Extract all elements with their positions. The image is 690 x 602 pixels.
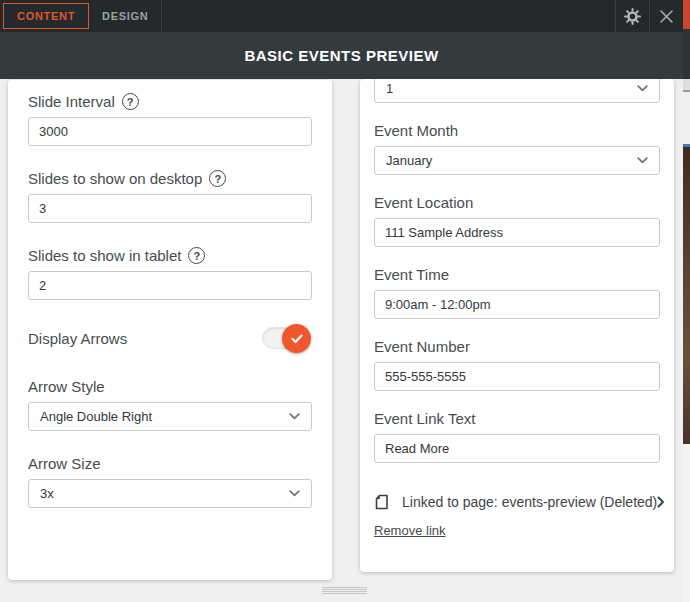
- chevron-down-icon: [289, 413, 300, 420]
- close-button[interactable]: [650, 0, 683, 32]
- event-link-text-input[interactable]: [374, 434, 660, 463]
- slider-settings-panel: Slide Interval ? Slides to show on deskt…: [8, 80, 332, 580]
- help-icon[interactable]: ?: [122, 93, 139, 110]
- field-slides-tablet: Slides to show in tablet ?: [28, 247, 312, 300]
- event-day-select[interactable]: 1: [374, 79, 660, 103]
- event-month-value: January: [386, 153, 432, 168]
- chevron-down-icon: [637, 85, 648, 92]
- slides-desktop-input[interactable]: [28, 194, 312, 223]
- chevron-down-icon: [637, 157, 648, 164]
- slides-tablet-input[interactable]: [28, 271, 312, 300]
- chevron-down-icon: [289, 490, 300, 497]
- tab-design[interactable]: DESIGN: [89, 3, 161, 29]
- tab-content[interactable]: CONTENT: [3, 3, 89, 29]
- arrow-size-value: 3x: [40, 486, 54, 501]
- field-event-month: Event Month January: [374, 122, 660, 175]
- arrow-style-label: Arrow Style: [28, 378, 105, 395]
- event-month-label: Event Month: [374, 122, 458, 139]
- field-slide-interval: Slide Interval ?: [28, 93, 312, 146]
- event-location-input[interactable]: [374, 218, 660, 247]
- event-day-value: 1: [386, 81, 393, 96]
- help-icon[interactable]: ?: [209, 170, 226, 187]
- dialog-title: BASIC EVENTS PREVIEW: [244, 47, 438, 64]
- field-arrow-style: Arrow Style Angle Double Right: [28, 378, 312, 431]
- arrow-size-label: Arrow Size: [28, 455, 101, 472]
- event-settings-panel: 1 Event Month January Event Location: [360, 79, 674, 572]
- chevron-right-icon: [657, 496, 665, 508]
- resize-grip[interactable]: [322, 587, 367, 595]
- close-icon: [660, 10, 673, 23]
- display-arrows-toggle[interactable]: [262, 327, 310, 349]
- gear-icon: [624, 8, 641, 25]
- linked-page-text: Linked to page: events-preview (Deleted): [402, 494, 657, 510]
- remove-link-button[interactable]: Remove link: [374, 523, 446, 538]
- arrow-style-select[interactable]: Angle Double Right: [28, 402, 312, 431]
- event-number-input[interactable]: [374, 362, 660, 391]
- event-time-label: Event Time: [374, 266, 449, 283]
- display-arrows-label: Display Arrows: [28, 330, 127, 347]
- arrow-size-select[interactable]: 3x: [28, 479, 312, 508]
- dialog-title-bar: BASIC EVENTS PREVIEW: [0, 32, 683, 79]
- event-link-text-label: Event Link Text: [374, 410, 475, 427]
- settings-button[interactable]: [616, 0, 649, 32]
- field-arrow-size: Arrow Size 3x: [28, 455, 312, 508]
- field-event-link-text: Event Link Text: [374, 410, 660, 463]
- field-slides-desktop: Slides to show on desktop ?: [28, 170, 312, 223]
- page-behind-sliver: [683, 0, 690, 602]
- help-icon[interactable]: ?: [188, 247, 205, 264]
- field-event-location: Event Location: [374, 194, 660, 247]
- event-time-input[interactable]: [374, 290, 660, 319]
- widget-settings-dialog: CONTENT DESIGN: [0, 0, 690, 602]
- dialog-topbar: CONTENT DESIGN: [0, 0, 683, 32]
- slides-tablet-label: Slides to show in tablet: [28, 247, 181, 264]
- event-location-label: Event Location: [374, 194, 473, 211]
- check-icon: [291, 334, 303, 344]
- toggle-knob: [282, 324, 311, 353]
- event-number-label: Event Number: [374, 338, 470, 355]
- event-month-select[interactable]: January: [374, 146, 660, 175]
- field-display-arrows: Display Arrows: [28, 324, 312, 352]
- slides-desktop-label: Slides to show on desktop: [28, 170, 202, 187]
- topbar-divider: [161, 0, 162, 32]
- field-event-number: Event Number: [374, 338, 660, 391]
- field-event-time: Event Time: [374, 266, 660, 319]
- page-icon: [374, 494, 389, 510]
- arrow-style-value: Angle Double Right: [40, 409, 152, 424]
- slide-interval-input[interactable]: [28, 117, 312, 146]
- slide-interval-label: Slide Interval: [28, 93, 115, 110]
- linked-page-row[interactable]: Linked to page: events-preview (Deleted): [374, 494, 660, 510]
